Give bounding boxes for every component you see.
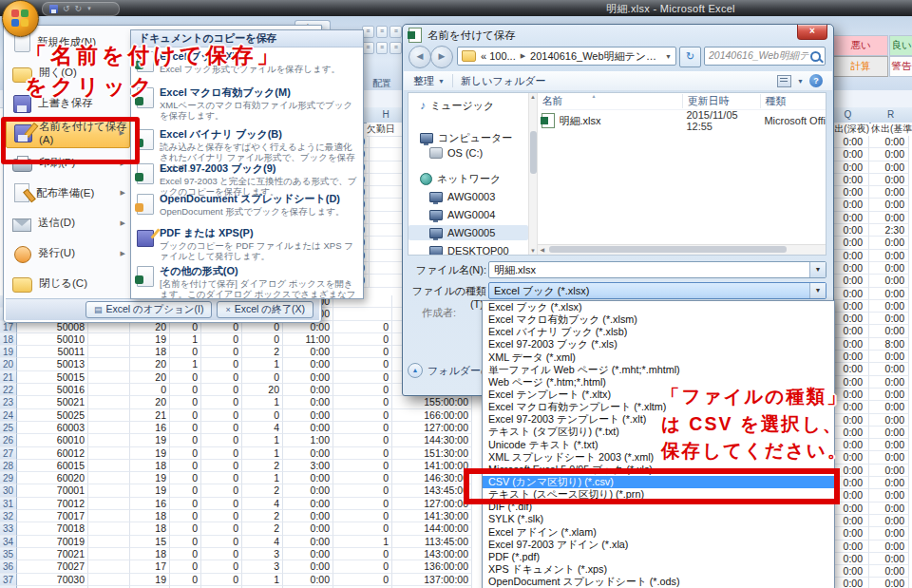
address-caret-icon[interactable]: ▼ — [665, 53, 672, 60]
menu-item-prepare[interactable]: 配布準備(E) — [6, 178, 130, 208]
submenu-item-other-formats[interactable]: その他の形式(O)[名前を付けて保存] ダイアログ ボックスを開きます。このダイ… — [131, 262, 363, 299]
sidebar-item-network[interactable]: ネットワーク — [408, 171, 528, 186]
quick-access-toolbar[interactable]: ↺ ↻ ▼ — [42, 2, 120, 16]
row-number[interactable]: 37 — [0, 574, 17, 586]
file-row[interactable]: 明細.xlsx 2015/11/05 12:55 Microsoft Offi — [542, 113, 826, 128]
submenu-item-xlsb[interactable]: Excel バイナリ ブック(B)読み込みと保存をすばやく行えるように最適化され… — [131, 125, 363, 160]
cell-style-calculation[interactable]: 計算 — [833, 56, 888, 77]
help-icon[interactable]: ? — [809, 74, 823, 87]
sidebar-scrollbar[interactable]: ▲ ▼ — [528, 93, 539, 255]
save-icon[interactable] — [49, 5, 58, 13]
row-number[interactable]: 32 — [0, 510, 17, 522]
row-number[interactable]: 18 — [0, 333, 17, 346]
file-type-option[interactable]: OpenDocument スプレッドシート (*.ods) — [483, 576, 834, 588]
align-bottom-icon[interactable]: ≡ — [390, 26, 402, 38]
spreadsheet-right-columns[interactable]: 0:00 0:00 0:00 0:00 0:00 0:00 0:00 0:00 … — [826, 136, 912, 588]
file-type-option[interactable]: Excel 97-2003 アドイン (*.xla) — [483, 539, 834, 551]
sidebar-item-awg0003[interactable]: AWG0003 — [408, 189, 528, 204]
sidebar-item-os-c[interactable]: OS (C:) — [408, 145, 528, 161]
menu-item-close[interactable]: 閉じる(C) — [6, 269, 130, 299]
file-name-input[interactable]: 明細.xlsx ▼ — [488, 261, 826, 278]
sidebar-item-music[interactable]: ♪ミュージック — [408, 98, 528, 113]
column-header-date[interactable]: 更新日時 — [682, 94, 760, 108]
cell-style-bad[interactable]: 悪い — [833, 35, 888, 56]
breadcrumb[interactable]: 20140616_Web明細テンプ... — [530, 49, 660, 64]
file-type-option[interactable]: PDF (*.pdf) — [483, 551, 834, 563]
file-type-option[interactable]: XPS ドキュメント (*.xps) — [483, 563, 834, 576]
menu-item-send[interactable]: 送信(D) — [6, 208, 130, 238]
file-type-caret-icon[interactable]: ▼ — [809, 283, 826, 298]
excel-options-button[interactable]: ▤Excel のオプション(I) — [86, 301, 213, 318]
address-bar[interactable]: « 100... ▶ 20140616_Web明細テンプ... ▼ — [457, 47, 676, 66]
row-number[interactable]: 28 — [0, 460, 17, 472]
row-number[interactable]: 36 — [0, 560, 17, 573]
column-letter-r[interactable]: R — [869, 107, 912, 123]
file-type-option[interactable]: Excel バイナリ ブック (*.xlsb) — [483, 326, 834, 338]
row-number[interactable]: 27 — [0, 447, 17, 460]
file-type-option[interactable]: Excel アドイン (*.xlam) — [483, 526, 834, 539]
search-input[interactable]: 20140616_Web明細テンプ... — [709, 49, 810, 63]
row-number[interactable]: 19 — [0, 346, 17, 358]
sidebar-item-desktop00[interactable]: DESKTOP00 — [408, 243, 528, 255]
scrollbar-thumb[interactable] — [530, 131, 537, 174]
scroll-up-icon[interactable]: ▲ — [529, 94, 538, 100]
row-number[interactable]: 31 — [0, 498, 17, 510]
row-number[interactable]: 24 — [0, 409, 17, 422]
dialog-title: 名前を付けて保存 — [408, 28, 516, 43]
exit-excel-button[interactable]: ×Excel の終了(X) — [217, 301, 314, 318]
refresh-button[interactable]: ↻ — [679, 47, 701, 67]
scroll-down-icon[interactable]: ▼ — [529, 248, 538, 254]
menu-item-publish[interactable]: 発行(U) — [6, 238, 130, 269]
scroll-left-icon[interactable]: ◀ — [540, 246, 544, 253]
row-number[interactable]: 26 — [0, 434, 17, 446]
column-letter-h[interactable]: H — [370, 107, 402, 123]
office-button[interactable] — [2, 0, 39, 37]
undo-icon[interactable]: ↺ — [63, 5, 70, 13]
column-header-name[interactable]: 名前 — [542, 94, 682, 108]
qat-customize-caret-icon[interactable]: ▼ — [86, 5, 92, 13]
row-number[interactable]: 34 — [0, 536, 17, 548]
row-number[interactable]: 30 — [0, 484, 17, 497]
sidebar-item-awg0004[interactable]: AWG0004 — [408, 207, 528, 222]
file-name-caret-icon[interactable]: ▼ — [809, 262, 826, 277]
row-number[interactable]: 21 — [0, 371, 17, 384]
view-caret-icon[interactable]: ▼ — [797, 78, 804, 85]
submenu-item-ods[interactable]: OpenDocument スプレッドシート(D)OpenDocument 形式で… — [131, 190, 363, 224]
file-type-option[interactable]: Excel 97-2003 ブック (*.xls) — [483, 338, 834, 351]
change-view-icon[interactable] — [777, 75, 791, 87]
row-number[interactable]: 20 — [0, 358, 17, 370]
cell-style-warning[interactable]: 警告 — [889, 56, 912, 77]
file-type-option[interactable]: 単一ファイル Web ページ (*.mht;*.mhtml) — [483, 364, 834, 376]
search-box[interactable]: 20140616_Web明細テンプ... — [704, 47, 826, 66]
align-middle-icon[interactable]: ≡ — [376, 26, 389, 38]
row-number[interactable]: 29 — [0, 472, 17, 484]
row-number[interactable]: 23 — [0, 396, 17, 408]
column-header-type[interactable]: 種類 — [760, 94, 826, 108]
file-type-option[interactable]: Excel ブック (*.xlsx) — [483, 301, 834, 313]
row-number[interactable]: 35 — [0, 548, 17, 560]
back-button[interactable]: ◀ — [408, 46, 431, 68]
redo-icon[interactable]: ↻ — [75, 5, 83, 13]
row-number[interactable]: 25 — [0, 422, 17, 434]
indent-icon[interactable]: ≡ — [390, 42, 402, 54]
sidebar-item-awg0005[interactable]: AWG0005 — [408, 225, 528, 240]
align-center-icon[interactable]: ≡ — [376, 42, 389, 54]
new-folder-button[interactable]: 新しいフォルダー — [461, 74, 546, 88]
disk-icon — [429, 147, 443, 159]
file-type-option[interactable]: Excel マクロ有効ブック (*.xlsm) — [483, 313, 834, 326]
file-type-option[interactable]: SYLK (*.slk) — [483, 513, 834, 525]
organize-button[interactable]: 整理▼ — [413, 74, 445, 88]
submenu-item-pdf-xps[interactable]: PDF または XPS(P)ブックのコピーを PDF ファイルまたは XPS フ… — [131, 224, 363, 262]
scrollbar-thumb[interactable] — [549, 246, 787, 253]
row-number[interactable]: 22 — [0, 384, 17, 396]
breadcrumb[interactable]: « 100... — [481, 50, 516, 62]
row-number[interactable]: 33 — [0, 522, 17, 535]
sidebar-item-computer[interactable]: コンピューター — [408, 130, 528, 145]
file-type-option[interactable]: XML データ (*.xml) — [483, 351, 834, 364]
file-type-select[interactable]: Excel ブック (*.xlsx) ▼ — [488, 282, 826, 299]
submenu-item-xls97[interactable]: Excel 97-2003 ブック(9)Excel 97-2003 と完全に互換… — [131, 160, 363, 190]
forward-button[interactable]: ▶ — [430, 46, 453, 68]
cell-style-good[interactable]: 良い — [889, 35, 912, 56]
dialog-close-button[interactable]: × — [797, 25, 827, 40]
file-list-horizontal-scrollbar[interactable]: ◀ — [538, 244, 826, 255]
